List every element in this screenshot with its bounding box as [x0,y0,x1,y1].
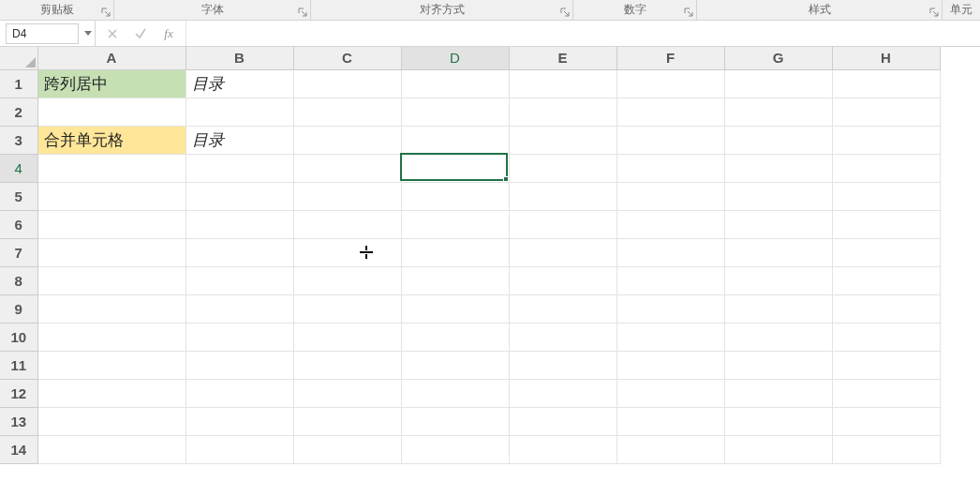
column-header[interactable]: C [293,47,401,69]
cell[interactable] [186,154,293,182]
column-header[interactable]: A [37,47,186,69]
cell[interactable] [616,182,724,210]
cell[interactable] [293,210,401,238]
dialog-launcher-icon[interactable] [100,7,111,18]
cell[interactable] [293,98,401,126]
cell[interactable]: 跨列居中 [37,69,186,98]
cell[interactable] [509,323,616,351]
cell[interactable] [724,238,832,266]
cell[interactable] [293,238,401,266]
cell[interactable] [509,407,616,435]
row-header[interactable]: 7 [0,238,37,266]
cell[interactable] [724,266,832,294]
dialog-launcher-icon[interactable] [559,7,571,18]
cell[interactable] [37,238,186,266]
row-header[interactable]: 10 [0,323,37,351]
cell[interactable] [724,210,832,238]
cell[interactable] [401,210,509,238]
row-header[interactable]: 3 [0,126,37,154]
cell[interactable] [724,435,832,463]
cell[interactable] [186,294,293,323]
cell[interactable] [293,379,401,407]
cell[interactable] [293,182,401,210]
cell[interactable] [293,294,401,323]
row-header[interactable]: 12 [0,379,37,407]
cell[interactable] [401,407,509,435]
cell[interactable] [509,126,616,154]
worksheet[interactable]: ABCDEFGH1跨列居中目录23合并单元格目录4567891011121314 [0,47,980,464]
column-header[interactable]: H [832,47,940,69]
cell[interactable] [724,98,832,126]
cell[interactable] [186,210,293,238]
cell[interactable] [832,154,940,182]
cell[interactable] [616,154,724,182]
column-header[interactable]: D [401,47,509,69]
cell[interactable] [832,98,940,126]
cell[interactable] [37,379,186,407]
row-header[interactable]: 1 [0,69,37,98]
column-header[interactable]: B [186,47,293,69]
cell[interactable] [509,379,616,407]
cell[interactable] [293,351,401,379]
cell[interactable] [37,294,186,323]
cell[interactable] [401,238,509,266]
row-header[interactable]: 6 [0,210,37,238]
cell[interactable] [401,266,509,294]
row-header[interactable]: 11 [0,351,37,379]
cell[interactable] [616,351,724,379]
cell[interactable] [509,154,616,182]
cell[interactable] [832,182,940,210]
cell[interactable] [616,266,724,294]
cell[interactable]: 目录 [186,126,293,154]
row-header[interactable]: 4 [0,154,37,182]
cell[interactable] [616,407,724,435]
cell[interactable] [509,238,616,266]
cell[interactable] [293,407,401,435]
cell[interactable] [37,407,186,435]
cell[interactable] [37,323,186,351]
cell[interactable] [509,351,616,379]
cell[interactable] [401,69,509,98]
cell[interactable] [186,435,293,463]
cell[interactable] [509,69,616,98]
cell[interactable] [37,266,186,294]
cell[interactable] [724,294,832,323]
cell[interactable] [724,182,832,210]
cell[interactable] [293,435,401,463]
cell[interactable] [186,266,293,294]
cell[interactable] [293,323,401,351]
cell[interactable] [401,435,509,463]
cell[interactable] [616,294,724,323]
row-header[interactable]: 2 [0,98,37,126]
cell[interactable] [832,294,940,323]
column-header[interactable]: G [724,47,832,69]
cell[interactable]: 目录 [186,69,293,98]
cell[interactable] [401,294,509,323]
cell[interactable] [401,98,509,126]
cell[interactable] [832,379,940,407]
enter-icon[interactable] [133,26,148,41]
select-all-corner[interactable] [0,47,37,69]
cell[interactable] [293,126,401,154]
row-header[interactable]: 14 [0,435,37,463]
insert-function-button[interactable]: fx [161,26,176,41]
cell[interactable] [401,351,509,379]
cell[interactable] [509,182,616,210]
dialog-launcher-icon[interactable] [928,7,940,18]
row-header[interactable]: 5 [0,182,37,210]
cell[interactable] [401,182,509,210]
cell[interactable] [401,126,509,154]
cell[interactable] [616,69,724,98]
cell[interactable] [37,98,186,126]
cell[interactable] [616,379,724,407]
cell[interactable] [616,98,724,126]
cell[interactable] [832,266,940,294]
cell[interactable] [616,323,724,351]
cell[interactable] [616,435,724,463]
dialog-launcher-icon[interactable] [297,7,308,18]
cell[interactable] [37,351,186,379]
cell[interactable] [616,126,724,154]
cell[interactable] [293,154,401,182]
cell[interactable] [509,98,616,126]
cell[interactable] [509,266,616,294]
